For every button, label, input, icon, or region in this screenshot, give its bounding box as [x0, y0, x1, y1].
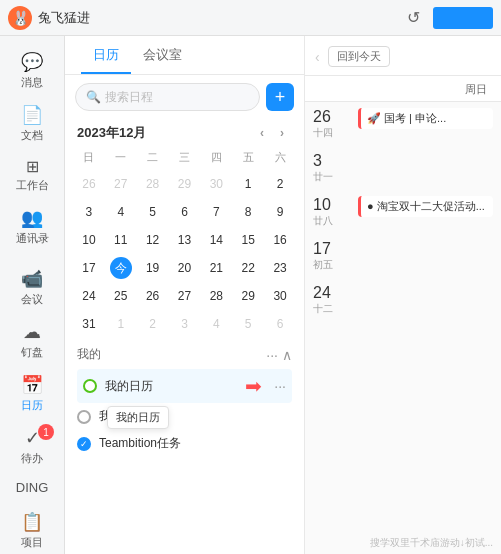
cal-day[interactable]: 3 — [73, 198, 105, 226]
cal-day[interactable]: 7 — [200, 198, 232, 226]
cal-day[interactable]: 19 — [137, 254, 169, 282]
cal-day[interactable]: 4 — [105, 198, 137, 226]
sidebar-item-project[interactable]: 📋 项目 — [0, 504, 64, 554]
weekday-fri: 五 — [232, 147, 264, 168]
titlebar-action-btn[interactable] — [433, 7, 493, 29]
cal-day[interactable]: 27 — [105, 170, 137, 198]
cal-day[interactable]: 4 — [200, 310, 232, 338]
cal-day[interactable]: 30 — [264, 282, 296, 310]
workspace-icon: ⊞ — [26, 157, 39, 176]
cal-day[interactable]: 13 — [169, 226, 201, 254]
back-today-button[interactable]: 回到今天 — [328, 46, 390, 67]
weekdays-row: 日 一 二 三 四 五 六 — [73, 147, 296, 168]
sidebar-label-messages: 消息 — [21, 75, 43, 90]
my-calendars-section: 我的 ··· ∧ 我的日历 ➡ ··· 我的日历 — [65, 338, 304, 554]
schedule-date-sub: 十二 — [313, 302, 358, 316]
prev-month-button[interactable]: ‹ — [252, 123, 272, 143]
search-input[interactable]: 🔍 搜索日程 — [75, 83, 260, 111]
cal-day[interactable]: 11 — [105, 226, 137, 254]
more-icon[interactable]: ··· — [266, 347, 278, 363]
sidebar-item-meeting[interactable]: 📹 会议 — [0, 261, 64, 314]
cal-day[interactable]: 14 — [200, 226, 232, 254]
cal-day[interactable]: 21 — [200, 254, 232, 282]
my-calendar-item-1[interactable]: 我的日历 ➡ ··· 我的日历 — [77, 369, 292, 403]
cal-day[interactable]: 1 — [232, 170, 264, 198]
cal-day[interactable]: 5 — [137, 198, 169, 226]
schedule-event[interactable]: ● 淘宝双十二大促活动... — [358, 196, 493, 217]
cal-day[interactable]: 23 — [264, 254, 296, 282]
schedule-date-sub: 十四 — [313, 126, 358, 140]
sidebar-item-docs[interactable]: 📄 文档 — [0, 97, 64, 150]
week-header: 周日 — [305, 76, 501, 102]
schedule-date-3: 3 廿一 — [313, 152, 358, 184]
cal-day[interactable]: 24 — [73, 282, 105, 310]
cal-day[interactable]: 29 — [232, 282, 264, 310]
sidebar-item-messages[interactable]: 💬 消息 — [0, 44, 64, 97]
cal-day[interactable]: 28 — [137, 170, 169, 198]
schedule-date-num: 3 — [313, 152, 358, 170]
sidebar-item-calendar[interactable]: 📅 日历 — [0, 367, 64, 420]
month-title: 2023年12月 — [77, 124, 252, 142]
weekday-sat: 六 — [264, 147, 296, 168]
collapse-icon[interactable]: ∧ — [282, 347, 292, 363]
calendar-circle-2 — [77, 410, 91, 424]
cal-day[interactable]: 31 — [73, 310, 105, 338]
search-icon: 🔍 — [86, 90, 101, 104]
cal-day[interactable]: 6 — [169, 198, 201, 226]
cal-day[interactable]: 30 — [200, 170, 232, 198]
cal-day[interactable]: 22 — [232, 254, 264, 282]
history-icon[interactable]: ↺ — [399, 4, 427, 32]
cal-day[interactable]: 29 — [169, 170, 201, 198]
cal-day[interactable]: 20 — [169, 254, 201, 282]
schedule-event[interactable]: 🚀 国考 | 申论... — [358, 108, 493, 129]
docs-icon: 📄 — [21, 104, 43, 126]
sidebar-item-contacts[interactable]: 👥 通讯录 — [0, 200, 64, 253]
cal-day-today[interactable]: 今 — [105, 254, 137, 282]
week-label: 周日 — [315, 82, 491, 97]
sidebar-item-todo[interactable]: ✓ 待办 1 — [0, 420, 64, 473]
next-month-button[interactable]: › — [272, 123, 292, 143]
avatar: 🐰 — [8, 6, 32, 30]
cal-day[interactable]: 6 — [264, 310, 296, 338]
cal-day[interactable]: 28 — [200, 282, 232, 310]
sidebar-item-workspace[interactable]: ⊞ 工作台 — [0, 150, 64, 200]
cal-day[interactable]: 12 — [137, 226, 169, 254]
cal-day[interactable]: 2 — [264, 170, 296, 198]
cal-day[interactable]: 1 — [105, 310, 137, 338]
watermark-area: 搜学双里千术庙游动↓初试... — [305, 532, 501, 554]
schedule-date-17: 17 初五 — [313, 240, 358, 272]
cal-day[interactable]: 3 — [169, 310, 201, 338]
sidebar-label-drive: 钉盘 — [21, 345, 43, 360]
add-event-button[interactable]: + — [266, 83, 294, 111]
cal-day[interactable]: 17 — [73, 254, 105, 282]
cal-day[interactable]: 5 — [232, 310, 264, 338]
schedule-date-num: 24 — [313, 284, 358, 302]
right-panel-header: ‹ 回到今天 — [305, 36, 501, 76]
more-options-icon-1[interactable]: ··· — [274, 378, 286, 394]
cal-day[interactable]: 9 — [264, 198, 296, 226]
search-bar: 🔍 搜索日程 + — [65, 75, 304, 119]
cal-day[interactable]: 10 — [73, 226, 105, 254]
cal-day[interactable]: 27 — [169, 282, 201, 310]
tab-calendar[interactable]: 日历 — [81, 36, 131, 74]
my-calendars-actions[interactable]: ··· ∧ — [266, 347, 292, 363]
schedule-date-sub: 初五 — [313, 258, 358, 272]
cal-day[interactable]: 2 — [137, 310, 169, 338]
schedule-date-sub: 廿一 — [313, 170, 358, 184]
cal-day[interactable]: 26 — [73, 170, 105, 198]
my-calendar-item-3[interactable]: ✓ Teambition任务 — [77, 430, 292, 457]
calendar-grid: 日 一 二 三 四 五 六 26 27 28 29 30 1 2 — [65, 147, 304, 338]
right-panel-prev[interactable]: ‹ — [315, 49, 320, 65]
tabs: 日历 会议室 — [65, 36, 304, 75]
cal-day[interactable]: 25 — [105, 282, 137, 310]
sidebar-item-ding[interactable]: DING — [0, 473, 64, 504]
sidebar-label-contacts: 通讯录 — [16, 231, 49, 246]
sidebar-item-drive[interactable]: ☁ 钉盘 — [0, 314, 64, 367]
cal-day[interactable]: 26 — [137, 282, 169, 310]
cal-day[interactable]: 16 — [264, 226, 296, 254]
cal-day[interactable]: 15 — [232, 226, 264, 254]
tab-meeting-room[interactable]: 会议室 — [131, 36, 194, 74]
cal-day[interactable]: 8 — [232, 198, 264, 226]
weekday-tue: 二 — [137, 147, 169, 168]
calendar-circle-1 — [83, 379, 97, 393]
